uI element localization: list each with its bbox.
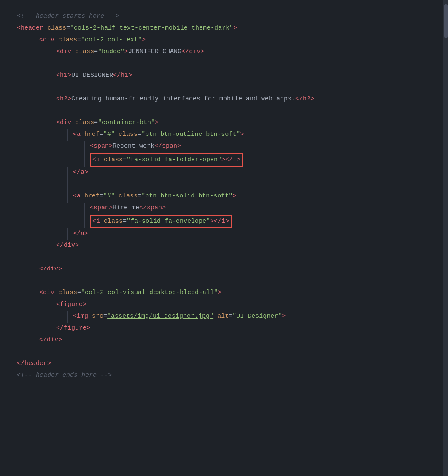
- code-line: <span>Hire me</span>: [8, 203, 448, 214]
- code-comment: <!-- header starts here -->: [17, 13, 119, 20]
- code-tag: </div>: [56, 242, 79, 249]
- code-attribute: src: [92, 313, 103, 320]
- line-content: </header>: [17, 358, 51, 369]
- code-tag: >: [282, 313, 286, 320]
- line-content: <a href="#" class="btn btn-solid btn-sof…: [73, 191, 236, 202]
- indent-guide: [34, 35, 34, 46]
- code-line: </header>: [8, 358, 448, 370]
- indent-guide: [84, 203, 85, 214]
- line-content: <figure>: [56, 299, 86, 310]
- code-tag: </div>: [181, 48, 204, 55]
- code-line: </a>: [8, 228, 448, 240]
- code-string-link: "assets/img/ui-designer.jpg": [107, 313, 213, 320]
- indent-guide: [51, 46, 51, 58]
- code-attribute: href: [84, 192, 100, 200]
- line-content: </a>: [73, 167, 88, 178]
- highlight-box: <i class="fa-solid fa-envelope"></i>: [90, 215, 232, 228]
- line-content: <i class="fa-solid fa-envelope"></i>: [92, 218, 229, 225]
- indent-guide: [51, 58, 51, 70]
- code-string: "#": [103, 192, 115, 200]
- line-content: </div>: [39, 335, 62, 346]
- line-content: <!-- header starts here -->: [17, 11, 119, 22]
- code-line: </div>: [8, 240, 448, 252]
- code-tag: <span>: [90, 204, 113, 211]
- scrollbar[interactable]: [443, 0, 448, 476]
- indent-guide: [51, 82, 51, 94]
- code-tag: ></i>: [221, 156, 240, 163]
- code-line: </div>: [8, 335, 448, 346]
- code-tag: >: [240, 131, 244, 138]
- code-line: <span>Recent work</span>: [8, 141, 448, 153]
- indent-guide: [51, 105, 51, 117]
- code-equals: =: [138, 192, 141, 200]
- code-attribute: class: [47, 24, 66, 32]
- code-line: <a href="#" class="btn btn-outline btn-s…: [8, 129, 448, 141]
- code-tag: <i: [92, 156, 100, 163]
- code-tag: >: [142, 36, 146, 43]
- code-tag: <div: [56, 119, 71, 126]
- code-text: JENNIFER CHANG: [128, 48, 181, 55]
- code-line: [8, 105, 448, 117]
- line-content: </div>: [56, 240, 79, 251]
- code-tag: <figure>: [56, 301, 86, 308]
- code-tag: </a>: [73, 230, 88, 237]
- code-tag: </a>: [73, 169, 88, 176]
- code-line: <!-- header starts here -->: [8, 11, 448, 23]
- code-text: Creating human-friendly interfaces for m…: [71, 95, 295, 103]
- code-tag: </header>: [17, 360, 51, 367]
- code-tag: </div>: [39, 265, 62, 273]
- code-line: <figure>: [8, 299, 448, 311]
- indent-guide: [34, 252, 34, 264]
- code-editor: <!-- header starts here --><header class…: [8, 7, 448, 386]
- line-content: <h1>UI DESIGNER</h1>: [56, 70, 132, 81]
- code-line: [8, 276, 448, 287]
- code-line: [8, 252, 448, 264]
- code-tag: </span>: [139, 204, 166, 211]
- indent-guide: [67, 311, 68, 323]
- code-attribute: alt: [217, 313, 229, 320]
- code-line: <header class="cols-2-half text-center-m…: [8, 23, 448, 35]
- code-attribute: href: [84, 131, 100, 138]
- code-line: <a href="#" class="btn btn-solid btn-sof…: [8, 191, 448, 203]
- line-content: <div class="badge">JENNIFER CHANG</div>: [56, 46, 204, 57]
- code-string: "UI Designer": [232, 313, 282, 320]
- code-tag: <header: [17, 24, 43, 32]
- code-line: <!-- header ends here -->: [8, 370, 448, 382]
- code-string: "badge": [98, 48, 124, 55]
- code-equals: =: [77, 36, 81, 43]
- indent-guide: [67, 129, 68, 141]
- code-line: [8, 179, 448, 191]
- code-tag: >: [155, 119, 159, 126]
- code-tag: <a: [73, 131, 81, 138]
- code-string: "btn btn-solid btn-soft": [141, 192, 232, 200]
- code-tag: <h1>: [56, 72, 71, 79]
- line-content: </a>: [73, 228, 88, 239]
- code-equals: =: [77, 289, 81, 296]
- indent-guide: [67, 228, 68, 240]
- code-equals: =: [138, 131, 141, 138]
- code-tag: >: [233, 24, 237, 32]
- code-attribute: class: [58, 36, 77, 43]
- code-tag: >: [124, 48, 128, 55]
- code-line: </div>: [8, 264, 448, 276]
- code-string: "cols-2-half text-center-mobile theme-da…: [70, 24, 233, 32]
- code-line: <div class="col-2 col-text">: [8, 35, 448, 46]
- indent-guide: [51, 240, 51, 252]
- code-tag: <i: [92, 218, 100, 225]
- indent-guide: [51, 299, 51, 311]
- indent-guide: [51, 70, 51, 82]
- indent-guide: [67, 191, 68, 203]
- code-line: <i class="fa-solid fa-folder-open"></i>: [8, 153, 448, 167]
- scrollbar-thumb[interactable]: [444, 4, 448, 38]
- code-attribute: class: [104, 218, 123, 225]
- code-tag: ></i>: [210, 218, 229, 225]
- code-text: Hire me: [113, 204, 139, 211]
- code-equals: =: [94, 48, 98, 55]
- indent-guide: [51, 117, 51, 129]
- code-string: "btn btn-outline btn-soft": [141, 131, 240, 138]
- code-attribute: class: [58, 289, 77, 296]
- code-line: [8, 82, 448, 94]
- line-content: <!-- header ends here -->: [17, 370, 112, 381]
- indent-guide: [84, 141, 85, 153]
- highlight-box: <i class="fa-solid fa-folder-open"></i>: [90, 153, 243, 167]
